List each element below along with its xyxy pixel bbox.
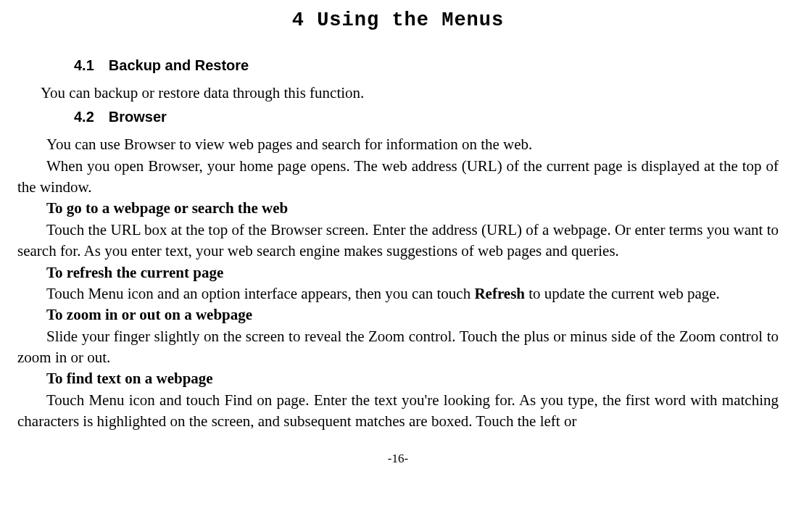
section-label: Backup and Restore (109, 57, 249, 73)
browser-intro-para-2: When you open Browser, your home page op… (17, 156, 779, 199)
section-number: 4.1 (74, 57, 94, 73)
refresh-bold-word: Refresh (474, 285, 525, 302)
refresh-text-before: Touch Menu icon and an option interface … (46, 285, 474, 302)
section-4-1-text: You can backup or restore data through t… (41, 83, 779, 104)
zoom-text: Slide your finger slightly on the screen… (17, 326, 779, 369)
go-to-webpage-text: Touch the URL box at the top of the Brow… (17, 220, 779, 262)
subheading-refresh: To refresh the current page (17, 262, 779, 283)
page-number: -16- (17, 450, 779, 467)
subheading-zoom: To zoom in or out on a webpage (17, 304, 779, 325)
section-number: 4.2 (74, 109, 94, 125)
chapter-title: 4 Using the Menus (17, 7, 779, 35)
section-heading-4-2: 4.2Browser (74, 107, 779, 127)
section-label: Browser (109, 109, 167, 125)
subheading-go-to-webpage: To go to a webpage or search the web (17, 198, 779, 219)
refresh-text: Touch Menu icon and an option interface … (17, 283, 779, 304)
find-text-body: Touch Menu icon and touch Find on page. … (17, 390, 779, 433)
section-heading-4-1: 4.1Backup and Restore (74, 55, 779, 75)
subheading-find-text: To find text on a webpage (17, 368, 779, 389)
browser-intro-para-1: You can use Browser to view web pages an… (17, 134, 779, 155)
refresh-text-after: to update the current web page. (525, 285, 720, 302)
